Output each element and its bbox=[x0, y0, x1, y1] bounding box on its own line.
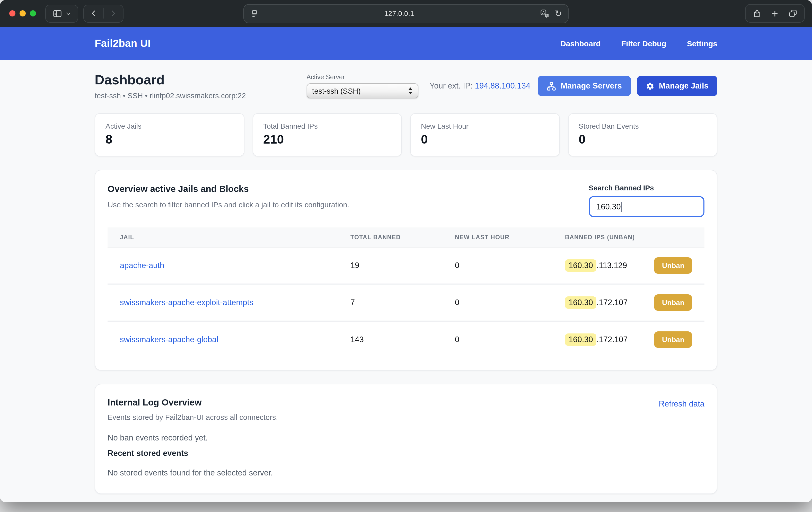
close-window-button[interactable] bbox=[9, 10, 16, 17]
unban-button[interactable]: Unban bbox=[654, 294, 692, 311]
reload-icon[interactable]: ↻ bbox=[555, 9, 562, 18]
stat-card-total-banned: Total Banned IPs 210 bbox=[252, 113, 402, 157]
sidebar-toggle-button[interactable] bbox=[45, 4, 78, 22]
jails-table: JAIL TOTAL BANNED NEW LAST HOUR BANNED I… bbox=[108, 227, 704, 358]
new-last-hour-value: 0 bbox=[455, 261, 565, 270]
table-row: swissmakers-apache-exploit-attempts 7 0 … bbox=[108, 284, 704, 320]
tab-overview-icon[interactable] bbox=[788, 9, 798, 18]
new-last-hour-value: 0 bbox=[455, 298, 565, 307]
ip-match-highlight: 160.30 bbox=[565, 296, 597, 309]
url-text: 127.0.0.1 bbox=[259, 10, 540, 18]
banned-ip: 160.30 .172.107 bbox=[565, 334, 628, 346]
external-ip-link[interactable]: 194.88.100.134 bbox=[475, 81, 530, 90]
jail-link[interactable]: apache-auth bbox=[120, 261, 164, 269]
svg-text:A: A bbox=[546, 14, 548, 17]
new-last-hour-value: 0 bbox=[455, 335, 565, 344]
toolbar-right: + bbox=[745, 4, 805, 23]
table-row: swissmakers-apache-global 143 0 160.30 .… bbox=[108, 320, 704, 358]
minimize-window-button[interactable] bbox=[20, 10, 26, 17]
back-button[interactable] bbox=[84, 5, 103, 22]
no-ban-events-text: No ban events recorded yet. bbox=[108, 433, 704, 443]
banned-ip: 160.30 .172.107 bbox=[565, 296, 628, 309]
gear-icon bbox=[645, 82, 654, 90]
manage-jails-button[interactable]: Manage Jails bbox=[637, 76, 717, 96]
total-banned-value: 143 bbox=[350, 335, 455, 344]
unban-button[interactable]: Unban bbox=[654, 257, 692, 274]
jail-link[interactable]: swissmakers-apache-global bbox=[120, 335, 219, 344]
stat-card-new-last-hour: New Last Hour 0 bbox=[410, 113, 560, 157]
total-banned-value: 7 bbox=[350, 298, 455, 307]
search-banned-ips-input[interactable]: 160.30 bbox=[589, 196, 704, 217]
ip-match-highlight: 160.30 bbox=[565, 259, 597, 272]
stats-row: Active Jails 8 Total Banned IPs 210 New … bbox=[95, 113, 717, 157]
browser-chrome: 127.0.0.1 A A ↻ bbox=[0, 0, 812, 27]
text-caret bbox=[621, 201, 622, 212]
page-title: Dashboard bbox=[95, 72, 246, 88]
select-arrows-icon bbox=[408, 87, 412, 95]
unban-button[interactable]: Unban bbox=[654, 332, 692, 348]
jails-overview-card: Overview active Jails and Blocks Use the… bbox=[95, 170, 717, 370]
ip-match-highlight: 160.30 bbox=[565, 334, 597, 346]
stat-card-stored-ban-events: Stored Ban Events 0 bbox=[568, 113, 717, 157]
internal-log-card: Internal Log Overview Refresh data Event… bbox=[95, 384, 717, 494]
manage-servers-button[interactable]: Manage Servers bbox=[538, 76, 631, 96]
table-header: JAIL TOTAL BANNED NEW LAST HOUR BANNED I… bbox=[108, 227, 704, 248]
window-controls bbox=[9, 10, 36, 17]
svg-text:A: A bbox=[542, 10, 545, 15]
active-server-label: Active Server bbox=[307, 74, 418, 81]
chevron-down-icon bbox=[65, 10, 71, 16]
history-nav bbox=[83, 4, 123, 22]
stat-card-active-jails: Active Jails 8 bbox=[95, 113, 244, 157]
recent-stored-events-title: Recent stored events bbox=[108, 449, 704, 458]
no-stored-events-text: No stored events found for the selected … bbox=[108, 468, 704, 478]
banned-ip: 160.30 .113.129 bbox=[565, 259, 627, 272]
main-nav: Dashboard Filter Debug Settings bbox=[560, 39, 717, 48]
log-subtitle: Events stored by Fail2ban-UI across all … bbox=[108, 413, 704, 421]
server-summary: test-ssh • SSH • rlinfp02.swissmakers.co… bbox=[95, 92, 246, 100]
table-row: apache-auth 19 0 160.30 .113.129 Unban bbox=[108, 248, 704, 284]
browser-window: 127.0.0.1 A A ↻ bbox=[0, 0, 812, 502]
active-server-select[interactable]: test-ssh (SSH) bbox=[307, 83, 418, 98]
translate-icon[interactable]: A A bbox=[540, 9, 550, 19]
new-tab-icon[interactable]: + bbox=[772, 8, 778, 19]
log-title: Internal Log Overview bbox=[108, 397, 202, 408]
nav-link-settings[interactable]: Settings bbox=[687, 39, 717, 48]
sidebar-icon bbox=[53, 8, 62, 18]
dashboard-header: Dashboard test-ssh • SSH • rlinfp02.swis… bbox=[95, 72, 717, 100]
share-icon[interactable] bbox=[752, 9, 761, 18]
jail-link[interactable]: swissmakers-apache-exploit-attempts bbox=[120, 298, 254, 307]
maximize-window-button[interactable] bbox=[30, 10, 36, 17]
refresh-data-link[interactable]: Refresh data bbox=[659, 399, 705, 408]
total-banned-value: 19 bbox=[350, 261, 455, 270]
overview-subtitle: Use the search to filter banned IPs and … bbox=[108, 201, 349, 209]
overview-title: Overview active Jails and Blocks bbox=[108, 184, 349, 195]
external-ip: Your ext. IP: 194.88.100.134 bbox=[429, 81, 530, 91]
address-bar[interactable]: 127.0.0.1 A A ↻ bbox=[243, 4, 569, 23]
sitemap-icon bbox=[546, 81, 556, 91]
nav-link-dashboard[interactable]: Dashboard bbox=[560, 39, 601, 48]
search-label: Search Banned IPs bbox=[589, 184, 704, 192]
app-navbar: Fail2ban UI Dashboard Filter Debug Setti… bbox=[0, 27, 812, 60]
app-brand: Fail2ban UI bbox=[95, 37, 151, 49]
page-format-icon[interactable] bbox=[250, 9, 259, 18]
nav-link-filter-debug[interactable]: Filter Debug bbox=[621, 39, 666, 48]
page-content: Dashboard test-ssh • SSH • rlinfp02.swis… bbox=[0, 60, 812, 502]
forward-button[interactable] bbox=[104, 5, 123, 22]
